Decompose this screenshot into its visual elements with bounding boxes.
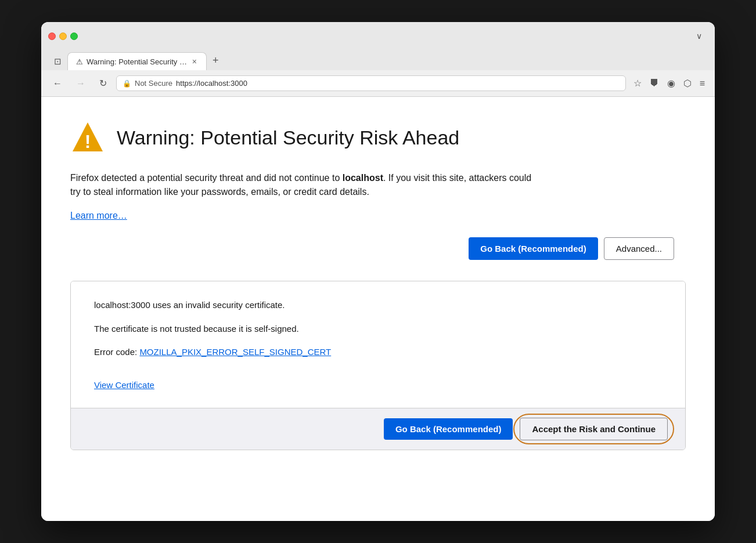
bookmark-button[interactable]: ☆ (631, 75, 645, 92)
details-footer: Go Back (Recommended) Accept the Risk an… (71, 408, 685, 450)
view-certificate-link[interactable]: View Certificate (94, 380, 154, 390)
close-window-button[interactable] (48, 32, 56, 40)
browser-window: ∨ ⊡ ⚠ Warning: Potential Security Risk..… (41, 22, 715, 521)
profile-button[interactable]: ◉ (664, 75, 678, 92)
main-actions: Go Back (Recommended) Advanced... (70, 237, 686, 260)
tab-title: Warning: Potential Security Risk... (87, 57, 188, 66)
details-line2: The certificate is not trusted because i… (94, 323, 662, 336)
forward-button[interactable]: → (71, 76, 90, 91)
details-go-back-button[interactable]: Go Back (Recommended) (384, 418, 513, 440)
go-back-recommended-button[interactable]: Go Back (Recommended) (469, 237, 598, 260)
description-host: localhost (343, 173, 383, 183)
advanced-button[interactable]: Advanced... (604, 237, 674, 260)
address-bar[interactable]: 🔒 Not Secure https://localhost:3000 (116, 75, 626, 91)
nav-bar: ← → ↻ 🔒 Not Secure https://localhost:300… (41, 70, 715, 97)
shield-button[interactable]: ⛊ (647, 75, 662, 92)
warning-description: Firefox detected a potential security th… (70, 171, 535, 199)
maximize-window-button[interactable] (70, 32, 78, 40)
not-secure-label: Not Secure (135, 79, 172, 88)
tab-list-chevron[interactable]: ∨ (690, 28, 708, 44)
error-code-prefix: Error code: (94, 347, 139, 357)
learn-more-link[interactable]: Learn more… (70, 211, 127, 221)
new-tab-button[interactable]: + (207, 51, 225, 70)
details-box: localhost:3000 uses an invalid security … (70, 281, 686, 450)
back-button[interactable]: ← (48, 76, 67, 91)
page-content: ! Warning: Potential Security Risk Ahead… (41, 97, 715, 521)
details-content: localhost:3000 uses an invalid security … (71, 281, 685, 408)
lock-icon: 🔒 (123, 79, 131, 88)
page-title: Warning: Potential Security Risk Ahead (117, 126, 459, 149)
title-bar: ∨ ⊡ ⚠ Warning: Potential Security Risk..… (41, 22, 715, 70)
accept-risk-button[interactable]: Accept the Risk and Continue (520, 418, 668, 440)
warning-header: ! Warning: Potential Security Risk Ahead (70, 120, 686, 155)
menu-button[interactable]: ≡ (697, 75, 708, 92)
reload-button[interactable]: ↻ (95, 75, 111, 91)
tab-close-button[interactable]: × (191, 57, 198, 66)
tab-favicon-icon: ⚠ (76, 57, 83, 66)
minimize-window-button[interactable] (59, 32, 67, 40)
warning-triangle-icon: ! (70, 120, 105, 155)
url-text: https://localhost:3000 (176, 79, 620, 88)
details-line1: localhost:3000 uses an invalid security … (94, 299, 662, 312)
tabs-row: ⊡ ⚠ Warning: Potential Security Risk... … (48, 51, 708, 70)
error-code-paragraph: Error code: MOZILLA_PKIX_ERROR_SELF_SIGN… (94, 346, 662, 359)
error-code-link[interactable]: MOZILLA_PKIX_ERROR_SELF_SIGNED_CERT (139, 347, 331, 357)
traffic-lights (48, 32, 78, 40)
description-part1: Firefox detected a potential security th… (70, 173, 343, 183)
sidebar-toggle-button[interactable]: ⊡ (48, 53, 67, 70)
extensions-button[interactable]: ⬡ (681, 75, 694, 92)
svg-text:!: ! (85, 131, 91, 152)
nav-icons: ☆ ⛊ ◉ ⬡ ≡ (631, 75, 708, 92)
active-tab[interactable]: ⚠ Warning: Potential Security Risk... × (67, 52, 207, 70)
